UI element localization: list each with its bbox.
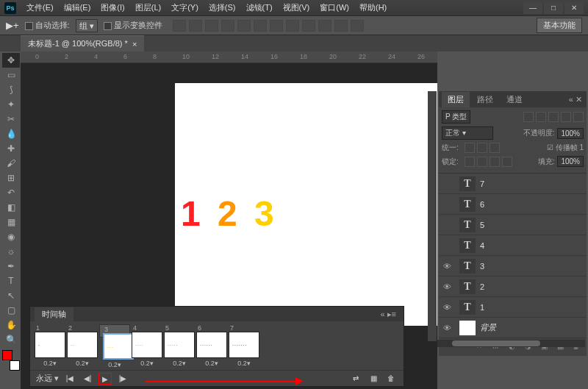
dodge-tool[interactable]: ☼ — [2, 244, 20, 259]
minimize-button[interactable]: — — [523, 2, 542, 14]
align-icon[interactable] — [237, 20, 251, 32]
wand-tool[interactable]: ✦ — [2, 97, 20, 112]
unify-icon[interactable] — [490, 143, 500, 153]
color-swatches[interactable] — [2, 350, 20, 371]
scrollbar-thumb[interactable] — [452, 340, 540, 346]
close-button[interactable]: ✕ — [564, 2, 584, 14]
distribute-icon[interactable] — [270, 20, 283, 32]
tab-paths[interactable]: 通道 — [501, 92, 528, 107]
distribute-icon[interactable] — [334, 20, 348, 32]
play-button[interactable]: ▶ — [98, 373, 112, 385]
frame[interactable]: 1·0.2▾ — [35, 324, 65, 367]
hand-tool[interactable]: ✋ — [2, 318, 20, 332]
document-canvas[interactable]: 1 2 3 — [175, 83, 437, 326]
blur-tool[interactable]: ◉ — [2, 229, 20, 244]
unify-icon[interactable] — [465, 143, 475, 153]
tab-layers[interactable]: 图层 — [442, 92, 470, 107]
menu-filter[interactable]: 滤镜(T) — [242, 1, 277, 15]
layer-row[interactable]: T5 — [439, 215, 587, 235]
foreground-color[interactable] — [2, 350, 12, 360]
path-tool[interactable]: ↖ — [2, 288, 20, 303]
align-icon[interactable] — [221, 20, 234, 32]
layer-filter-kind[interactable]: P 类型 — [442, 110, 470, 124]
menu-image[interactable]: 图像(I) — [96, 1, 129, 15]
distribute-icon[interactable] — [351, 20, 364, 32]
type-tool[interactable]: T — [2, 274, 20, 288]
distribute-icon[interactable] — [286, 20, 299, 32]
fill-value[interactable]: 100% — [557, 156, 584, 167]
stamp-tool[interactable]: ⊞ — [2, 171, 20, 185]
lasso-tool[interactable]: ⟆ — [2, 82, 20, 97]
new-frame-button[interactable]: ▦ — [367, 373, 380, 385]
document-tab[interactable]: 未标题-1 @ 100%(RGB/8) *× — [21, 35, 144, 51]
align-icon[interactable] — [205, 20, 218, 32]
filter-icon[interactable] — [561, 112, 571, 122]
auto-select-checkbox[interactable]: 自动选择: — [25, 20, 70, 31]
next-frame-button[interactable]: |▶ — [116, 373, 129, 385]
menu-select[interactable]: 选择(S) — [204, 1, 240, 15]
eraser-tool[interactable]: ◧ — [2, 200, 20, 215]
move-tool[interactable]: ✥ — [2, 53, 20, 68]
menu-help[interactable]: 帮助(H) — [355, 1, 391, 15]
frame[interactable]: 6······0.2▾ — [196, 324, 227, 367]
menu-type[interactable]: 文字(Y) — [167, 1, 203, 15]
lock-icon[interactable] — [465, 157, 475, 167]
layer-row[interactable]: T6 — [439, 194, 587, 215]
visibility-toggle[interactable]: 👁 — [439, 282, 455, 291]
align-icon[interactable] — [173, 20, 186, 32]
background-color[interactable] — [10, 360, 20, 371]
timeline-tab[interactable]: 时间轴 — [35, 307, 74, 321]
lock-icon[interactable] — [490, 157, 500, 167]
frame[interactable]: 2··0.2▾ — [67, 324, 98, 367]
filter-icon[interactable] — [523, 112, 534, 122]
show-transform-checkbox[interactable]: 显示变换控件 — [104, 20, 162, 31]
frame[interactable]: 5·····0.2▾ — [164, 324, 195, 367]
frame[interactable]: 7·······0.2▾ — [229, 324, 259, 367]
brush-tool[interactable]: 🖌 — [2, 156, 20, 171]
delete-frame-button[interactable]: 🗑 — [384, 373, 398, 385]
menu-layer[interactable]: 图层(L) — [131, 1, 165, 15]
align-icon[interactable] — [189, 20, 202, 32]
timeline-menu-icon[interactable]: « ▸≡ — [377, 310, 399, 319]
menu-edit[interactable]: 编辑(E) — [60, 1, 96, 15]
pen-tool[interactable]: ✒ — [2, 259, 20, 274]
filter-icon[interactable] — [536, 112, 546, 122]
menu-file[interactable]: 文件(E) — [22, 1, 58, 15]
prev-frame-button[interactable]: ◀| — [81, 373, 94, 385]
frame[interactable]: 4····0.2▾ — [132, 324, 162, 367]
layer-row[interactable]: 👁背景 — [439, 318, 587, 338]
visibility-toggle[interactable]: 👁 — [439, 303, 455, 312]
lock-icon[interactable] — [502, 157, 512, 167]
maximize-button[interactable]: □ — [544, 2, 563, 14]
distribute-icon[interactable] — [302, 20, 315, 32]
unify-icon[interactable] — [477, 143, 487, 153]
layer-row[interactable]: T7 — [439, 174, 587, 194]
tween-button[interactable]: ⇄ — [349, 373, 362, 385]
zoom-tool[interactable]: 🔍 — [2, 332, 20, 347]
lock-icon[interactable] — [477, 157, 487, 167]
layer-row[interactable]: 👁T1 — [439, 297, 587, 318]
auto-select-target[interactable]: 组 ▾ — [76, 19, 98, 32]
eyedropper-tool[interactable]: 💧 — [2, 126, 20, 141]
propagate-checkbox[interactable]: ☑ 传播帧 1 — [547, 143, 584, 153]
layer-row[interactable]: T4 — [439, 235, 587, 256]
close-tab-icon[interactable]: × — [132, 40, 137, 49]
panel-collapse-strip[interactable] — [428, 91, 437, 341]
tab-channels[interactable]: 路径 — [471, 92, 499, 107]
visibility-toggle[interactable]: 👁 — [439, 324, 455, 332]
visibility-toggle[interactable]: 👁 — [439, 262, 455, 271]
align-icon[interactable] — [254, 20, 267, 32]
menu-view[interactable]: 视图(V) — [279, 1, 315, 15]
heal-tool[interactable]: ✚ — [2, 141, 20, 156]
workspace-button[interactable]: 基本功能 — [537, 18, 582, 33]
filter-icon[interactable] — [548, 112, 559, 122]
panel-menu-icon[interactable]: « ✕ — [564, 95, 587, 104]
layer-row[interactable]: 👁T2 — [439, 276, 587, 297]
filter-icon[interactable] — [573, 112, 584, 122]
menu-window[interactable]: 窗口(W) — [315, 1, 354, 15]
layer-row[interactable]: 👁T3 — [439, 256, 587, 276]
blend-mode-select[interactable]: 正常 ▾ — [442, 126, 493, 140]
panel-scrollbar[interactable] — [437, 340, 585, 347]
distribute-icon[interactable] — [318, 20, 331, 32]
history-brush-tool[interactable]: ↶ — [2, 185, 20, 200]
